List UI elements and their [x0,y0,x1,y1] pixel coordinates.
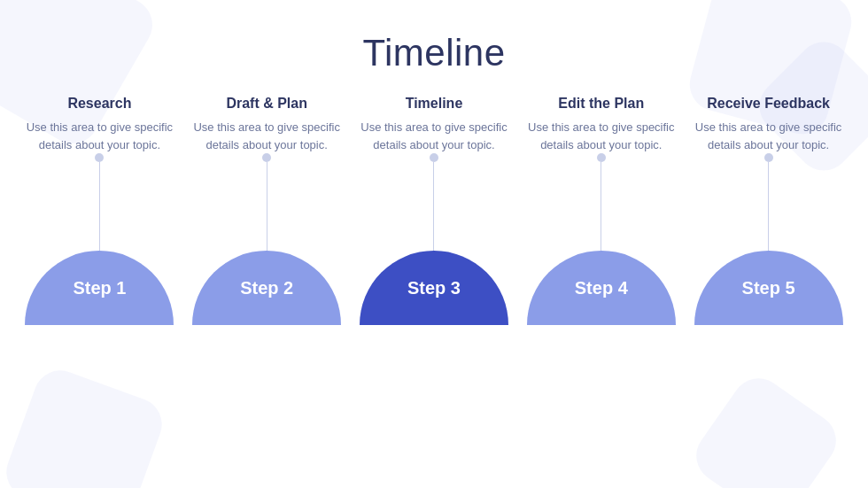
step-bubble-4[interactable]: Step 4 [527,251,676,325]
page-title: Timeline [362,32,505,74]
step-bubble-1[interactable]: Step 1 [25,251,174,325]
step-label-5: Receive Feedback [707,96,830,112]
step-col-1: Research Use this area to give specific … [18,96,182,251]
step-bubble-label-3: Step 3 [407,278,461,298]
step-bubble-2[interactable]: Step 2 [192,251,341,325]
top-section: Research Use this area to give specific … [18,96,850,251]
bubble-wrapper-3: Step 3 [353,251,516,325]
step-line-1 [99,162,100,251]
step-label-4: Edit the Plan [558,96,644,112]
step-description-1: Use this area to give specific details a… [18,119,182,153]
step-dot-1 [95,153,104,162]
bubble-wrapper-1: Step 1 [18,251,182,325]
step-line-2 [267,162,267,251]
step-dot-3 [430,153,438,162]
step-label-1: Research [67,96,131,112]
step-description-5: Use this area to give specific details a… [686,119,850,153]
bubble-wrapper-5: Step 5 [686,251,850,325]
title-area: Timeline [362,32,505,74]
step-bubble-5[interactable]: Step 5 [694,251,843,325]
step-col-4: Edit the Plan Use this area to give spec… [519,96,683,251]
step-dot-2 [262,153,271,162]
step-bubble-label-1: Step 1 [73,278,126,298]
step-description-2: Use this area to give specific details a… [185,119,349,153]
step-description-3: Use this area to give specific details a… [353,119,516,153]
step-bubble-3[interactable]: Step 3 [360,251,508,325]
step-line-3 [433,162,434,251]
step-label-2: Draft & Plan [226,96,307,112]
step-dot-5 [764,153,773,162]
bubble-wrapper-4: Step 4 [519,251,683,325]
step-bubble-label-4: Step 4 [575,278,628,298]
step-col-3: Timeline Use this area to give specific … [353,96,516,251]
step-label-3: Timeline [406,96,463,112]
step-description-4: Use this area to give specific details a… [519,119,683,153]
step-dot-4 [597,153,606,162]
bubble-wrapper-2: Step 2 [185,251,349,325]
step-line-5 [768,162,769,251]
step-bubble-label-5: Step 5 [742,278,795,298]
step-bubble-label-2: Step 2 [240,278,293,298]
bubbles-row: Step 1Step 2Step 3Step 4Step 5 [18,251,850,325]
step-line-4 [601,162,601,251]
page-wrapper: Timeline Research Use this area to give … [0,0,868,488]
step-col-2: Draft & Plan Use this area to give speci… [185,96,349,251]
step-col-5: Receive Feedback Use this area to give s… [686,96,850,251]
